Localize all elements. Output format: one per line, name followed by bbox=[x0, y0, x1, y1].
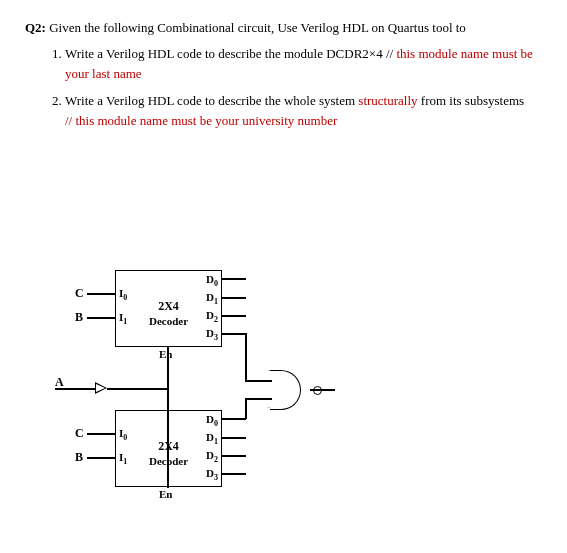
wire bbox=[167, 347, 169, 389]
pin-En: En bbox=[159, 348, 172, 360]
question-header: Q2: Given the following Combinational ci… bbox=[25, 20, 542, 36]
item1-text: Write a Verilog HDL code to describe the… bbox=[65, 46, 393, 61]
or-gate-icon bbox=[270, 370, 314, 408]
wire bbox=[245, 333, 247, 380]
wire bbox=[107, 388, 167, 390]
pin-D1: D1 bbox=[206, 431, 218, 446]
wire bbox=[221, 315, 246, 317]
decoder-top: 2X4Decoder I0 I1 En D0 D1 D2 D3 bbox=[115, 270, 222, 347]
q-text: Given the following Combinational circui… bbox=[49, 20, 466, 35]
wire bbox=[221, 333, 246, 335]
pin-D0: D0 bbox=[206, 273, 218, 288]
pin-I1: I1 bbox=[119, 311, 127, 326]
wire bbox=[245, 380, 272, 382]
q-prefix: Q2: bbox=[25, 20, 46, 35]
pin-I0: I0 bbox=[119, 427, 127, 442]
decoder-bottom: 2X4Decoder I0 I1 En D0 D1 D2 D3 bbox=[115, 410, 222, 487]
wire bbox=[221, 437, 246, 439]
label-B: B bbox=[75, 310, 83, 325]
wire bbox=[310, 389, 335, 391]
pin-I0: I0 bbox=[119, 287, 127, 302]
pin-D1: D1 bbox=[206, 291, 218, 306]
wire bbox=[221, 418, 246, 420]
question-list: Write a Verilog HDL code to describe the… bbox=[25, 44, 542, 130]
item2-red1: structurally bbox=[358, 93, 417, 108]
wire bbox=[167, 388, 169, 488]
buffer-icon bbox=[95, 382, 107, 394]
item2-text: Write a Verilog HDL code to describe the… bbox=[65, 93, 355, 108]
pin-I1: I1 bbox=[119, 451, 127, 466]
pin-D3: D3 bbox=[206, 467, 218, 482]
list-item: Write a Verilog HDL code to describe the… bbox=[65, 91, 542, 130]
item2-red2: // this module name must be your univers… bbox=[65, 113, 337, 128]
pin-D2: D2 bbox=[206, 309, 218, 324]
wire bbox=[221, 455, 246, 457]
pin-D0: D0 bbox=[206, 413, 218, 428]
wire bbox=[221, 278, 246, 280]
wire bbox=[245, 398, 272, 400]
wire bbox=[87, 457, 115, 459]
label-C: C bbox=[75, 426, 84, 441]
label-C: C bbox=[75, 286, 84, 301]
pin-En: En bbox=[159, 488, 172, 500]
wire bbox=[55, 388, 95, 390]
wire bbox=[245, 398, 247, 419]
wire bbox=[87, 317, 115, 319]
label-B: B bbox=[75, 450, 83, 465]
circuit-diagram: 2X4Decoder I0 I1 En D0 D1 D2 D3 C B 2X4D… bbox=[55, 270, 405, 510]
wire bbox=[87, 433, 115, 435]
wire bbox=[221, 297, 246, 299]
pin-D2: D2 bbox=[206, 449, 218, 464]
item2-text2: from its subsystems bbox=[418, 93, 525, 108]
wire bbox=[221, 473, 246, 475]
wire bbox=[87, 293, 115, 295]
list-item: Write a Verilog HDL code to describe the… bbox=[65, 44, 542, 83]
pin-D3: D3 bbox=[206, 327, 218, 342]
